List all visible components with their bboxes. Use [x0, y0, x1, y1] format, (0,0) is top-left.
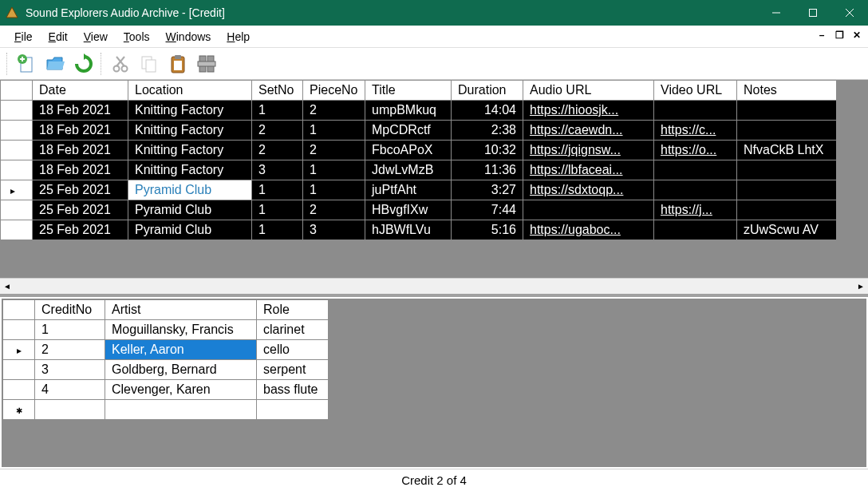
- new-row-indicator[interactable]: [3, 400, 35, 420]
- cell-duration[interactable]: 10:32: [452, 141, 523, 160]
- cell-location[interactable]: Pyramid Club: [128, 220, 252, 240]
- cell-location[interactable]: Knitting Factory: [128, 141, 252, 160]
- cell-pieceno[interactable]: 1: [303, 180, 365, 200]
- column-header[interactable]: Date: [33, 81, 128, 101]
- cell-video[interactable]: [654, 160, 737, 180]
- cell-title[interactable]: HBvgfIXw: [365, 200, 452, 220]
- horizontal-scrollbar[interactable]: ◄ ►: [0, 278, 868, 294]
- cell-notes[interactable]: [737, 121, 837, 141]
- refresh-icon[interactable]: [70, 50, 97, 77]
- audio-link[interactable]: https://jqignsw...: [530, 143, 621, 156]
- cell-audio[interactable]: https://jqignsw...: [523, 141, 654, 160]
- cell-date[interactable]: 25 Feb 2021: [33, 220, 128, 240]
- new-icon[interactable]: [13, 50, 40, 77]
- cell-role[interactable]: cello: [257, 340, 329, 360]
- row-indicator[interactable]: [1, 141, 33, 160]
- table-row[interactable]: 18 Feb 2021 Knitting Factory 2 2 FbcoAPo…: [1, 141, 837, 160]
- cell-title[interactable]: FbcoAPoX: [365, 141, 452, 160]
- row-indicator[interactable]: [3, 320, 35, 340]
- cell-setno[interactable]: 1: [252, 180, 303, 200]
- cell-title[interactable]: MpCDRctf: [365, 121, 452, 141]
- cell-role[interactable]: [257, 400, 329, 420]
- paste-icon[interactable]: [164, 50, 191, 77]
- video-link[interactable]: https://j...: [661, 203, 712, 216]
- cell-audio[interactable]: https://caewdn...: [523, 121, 654, 141]
- cell-date[interactable]: 18 Feb 2021: [33, 141, 128, 160]
- cell-duration[interactable]: 11:36: [452, 160, 523, 180]
- cell-date[interactable]: 18 Feb 2021: [33, 121, 128, 141]
- row-indicator[interactable]: [1, 160, 33, 180]
- cell-setno[interactable]: 1: [252, 200, 303, 220]
- cell-setno[interactable]: 3: [252, 160, 303, 180]
- cell-duration[interactable]: 14:04: [452, 101, 523, 121]
- cell-notes[interactable]: zUwScwu AV: [737, 220, 837, 240]
- cell-setno[interactable]: 2: [252, 121, 303, 141]
- cell-video[interactable]: [654, 180, 737, 200]
- export-icon[interactable]: [193, 50, 220, 77]
- row-indicator[interactable]: [1, 200, 33, 220]
- column-header[interactable]: Location: [128, 81, 252, 101]
- cell-creditno[interactable]: 2: [35, 340, 105, 360]
- row-indicator[interactable]: [1, 101, 33, 121]
- pieces-grid[interactable]: DateLocationSetNoPieceNoTitleDurationAud…: [0, 80, 868, 278]
- cell-title[interactable]: umpBMkuq: [365, 101, 452, 121]
- audio-link[interactable]: https://hioosjk...: [530, 103, 618, 117]
- table-row[interactable]: 2 Keller, Aaron cello: [3, 340, 329, 360]
- cell-notes[interactable]: [737, 180, 837, 200]
- table-row[interactable]: 25 Feb 2021 Pyramid Club 1 2 HBvgfIXw 7:…: [1, 200, 837, 220]
- cell-title[interactable]: JdwLvMzB: [365, 160, 452, 180]
- column-header[interactable]: Audio URL: [523, 81, 654, 101]
- row-indicator[interactable]: [3, 380, 35, 400]
- column-header[interactable]: Notes: [737, 81, 837, 101]
- menu-file[interactable]: File: [6, 27, 41, 46]
- cell-role[interactable]: bass flute: [257, 380, 329, 400]
- audio-link[interactable]: https://ugaboc...: [530, 223, 621, 236]
- cell-location[interactable]: Pyramid Club: [128, 200, 252, 220]
- cell-creditno[interactable]: [35, 400, 105, 420]
- menu-help[interactable]: Help: [219, 27, 258, 46]
- cell-role[interactable]: clarinet: [257, 320, 329, 340]
- open-icon[interactable]: [41, 50, 69, 77]
- cell-pieceno[interactable]: 1: [303, 160, 365, 180]
- cell-location[interactable]: Knitting Factory: [128, 160, 252, 180]
- close-button[interactable]: [831, 0, 868, 26]
- table-row[interactable]: 18 Feb 2021 Knitting Factory 2 1 MpCDRct…: [1, 121, 837, 141]
- cut-icon[interactable]: [107, 50, 134, 77]
- audio-link[interactable]: https://caewdn...: [530, 123, 623, 137]
- cell-pieceno[interactable]: 2: [303, 101, 365, 121]
- cell-pieceno[interactable]: 1: [303, 121, 365, 141]
- cell-title[interactable]: juPtfAht: [365, 180, 452, 200]
- menu-windows[interactable]: Windows: [158, 27, 219, 46]
- audio-link[interactable]: https://lbfaceai...: [530, 163, 623, 176]
- cell-pieceno[interactable]: 2: [303, 141, 365, 160]
- mdi-restore-icon[interactable]: ❐: [831, 27, 847, 43]
- row-indicator[interactable]: [1, 220, 33, 240]
- column-header[interactable]: CreditNo: [35, 300, 105, 320]
- cell-duration[interactable]: 3:27: [452, 180, 523, 200]
- column-header[interactable]: Title: [365, 81, 452, 101]
- cell-notes[interactable]: [737, 160, 837, 180]
- row-indicator[interactable]: [1, 180, 33, 200]
- cell-location[interactable]: Knitting Factory: [128, 121, 252, 141]
- column-header[interactable]: Duration: [452, 81, 523, 101]
- copy-icon[interactable]: [136, 50, 163, 77]
- menu-edit[interactable]: Edit: [41, 27, 76, 46]
- scroll-right-icon[interactable]: ►: [854, 279, 868, 294]
- menu-view[interactable]: View: [76, 27, 116, 46]
- table-row[interactable]: 3 Goldberg, Bernard serpent: [3, 360, 329, 380]
- cell-role[interactable]: serpent: [257, 360, 329, 380]
- cell-audio[interactable]: https://hioosjk...: [523, 101, 654, 121]
- cell-artist[interactable]: Clevenger, Karen: [105, 380, 257, 400]
- cell-notes[interactable]: [737, 200, 837, 220]
- cell-audio[interactable]: https://ugaboc...: [523, 220, 654, 240]
- table-row[interactable]: 18 Feb 2021 Knitting Factory 3 1 JdwLvMz…: [1, 160, 837, 180]
- cell-audio[interactable]: [523, 200, 654, 220]
- cell-creditno[interactable]: 4: [35, 380, 105, 400]
- cell-video[interactable]: https://j...: [654, 200, 737, 220]
- cell-location[interactable]: Knitting Factory: [128, 101, 252, 121]
- cell-video[interactable]: https://o...: [654, 141, 737, 160]
- cell-setno[interactable]: 2: [252, 141, 303, 160]
- minimize-button[interactable]: [758, 0, 795, 26]
- cell-setno[interactable]: 1: [252, 220, 303, 240]
- cell-title[interactable]: hJBWfLVu: [365, 220, 452, 240]
